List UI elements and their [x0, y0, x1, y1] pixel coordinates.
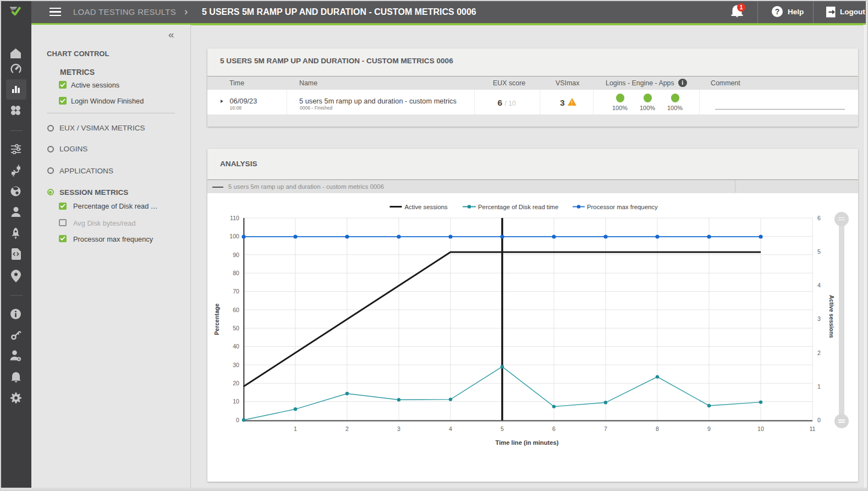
svg-text:Processor max frequency: Processor max frequency [587, 204, 658, 210]
svg-text:10: 10 [757, 425, 764, 432]
svg-text:40: 40 [233, 343, 239, 350]
svg-text:3: 3 [817, 315, 821, 322]
svg-text:0: 0 [817, 417, 821, 423]
svg-text:Active sessions: Active sessions [828, 295, 834, 338]
svg-text:9: 9 [707, 425, 711, 432]
svg-text:100: 100 [229, 233, 239, 239]
svg-text:30: 30 [233, 362, 239, 368]
svg-text:20: 20 [233, 380, 239, 386]
svg-text:6: 6 [817, 215, 821, 221]
svg-text:Percentage of Disk read time: Percentage of Disk read time [478, 204, 558, 210]
svg-text:80: 80 [233, 270, 239, 276]
svg-text:5: 5 [501, 425, 504, 432]
svg-text:1: 1 [817, 383, 821, 390]
svg-text:7: 7 [604, 425, 607, 432]
svg-text:11: 11 [810, 425, 816, 432]
svg-text:90: 90 [233, 252, 239, 258]
svg-text:Percentage: Percentage [213, 303, 220, 335]
svg-text:10: 10 [233, 398, 239, 405]
svg-text:2: 2 [345, 425, 349, 432]
svg-text:5: 5 [817, 248, 821, 255]
svg-text:6: 6 [552, 425, 556, 432]
svg-text:70: 70 [233, 288, 239, 294]
svg-text:1: 1 [294, 425, 297, 432]
svg-text:60: 60 [233, 307, 239, 313]
svg-text:3: 3 [397, 425, 400, 432]
svg-text:0: 0 [236, 417, 239, 423]
svg-text:Active sessions: Active sessions [405, 204, 448, 210]
svg-text:50: 50 [233, 325, 239, 331]
svg-text:2: 2 [817, 350, 821, 356]
svg-text:4: 4 [817, 282, 821, 288]
svg-text:8: 8 [656, 425, 659, 432]
svg-text:Time line (in minutes): Time line (in minutes) [496, 439, 559, 446]
svg-text:4: 4 [449, 425, 452, 432]
svg-text:110: 110 [230, 215, 239, 221]
